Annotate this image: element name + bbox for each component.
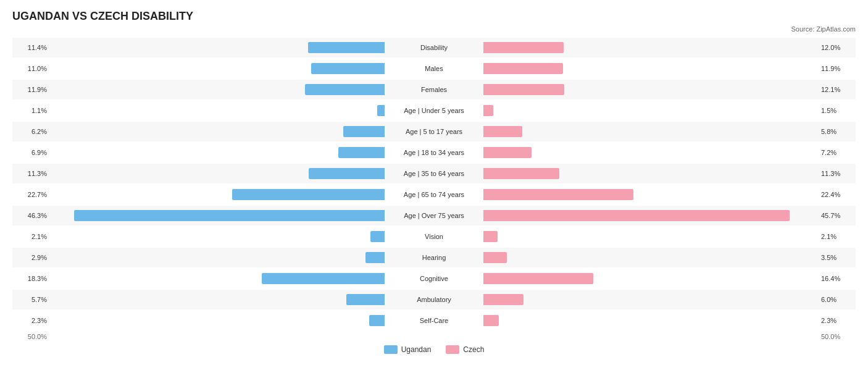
- right-bar-wrap: [483, 189, 819, 200]
- legend-czech-swatch: [446, 345, 459, 354]
- right-value: 1.5%: [819, 107, 856, 114]
- bar-ugandan: [377, 105, 385, 116]
- chart-row: 6.2%Age | 5 to 17 years5.8%: [12, 122, 856, 141]
- chart-row: 5.7%Ambulatory6.0%: [12, 290, 856, 309]
- legend-ugandan-label: Ugandan: [401, 345, 432, 354]
- left-bar-wrap: [49, 189, 385, 200]
- left-value: 2.9%: [12, 254, 49, 261]
- bar-czech: [483, 42, 564, 53]
- row-label: Hearing: [385, 254, 483, 261]
- row-label: Males: [385, 65, 483, 72]
- left-bar-wrap: [49, 147, 385, 158]
- bar-ugandan: [262, 273, 385, 284]
- right-bar-wrap: [483, 210, 819, 221]
- bar-ugandan: [346, 294, 385, 305]
- right-bar-wrap: [483, 105, 819, 116]
- left-bar-wrap: [49, 168, 385, 179]
- row-label: Age | 65 to 74 years: [385, 191, 483, 198]
- right-value: 11.9%: [819, 65, 856, 72]
- bar-ugandan: [74, 210, 385, 221]
- chart-title: UGANDAN VS CZECH DISABILITY: [12, 10, 856, 23]
- left-value: 2.3%: [12, 317, 49, 324]
- right-bar-wrap: [483, 252, 819, 263]
- chart-row: 11.9%Females12.1%: [12, 80, 856, 99]
- bar-czech: [483, 168, 559, 179]
- row-label: Disability: [385, 44, 483, 51]
- bar-czech: [483, 315, 499, 326]
- chart-area: 11.4%Disability12.0%11.0%Males11.9%11.9%…: [12, 38, 856, 330]
- left-bar-wrap: [49, 252, 385, 263]
- row-label: Age | 18 to 34 years: [385, 149, 483, 156]
- left-bar-wrap: [49, 126, 385, 137]
- legend: Ugandan Czech: [12, 345, 856, 354]
- chart-row: 11.4%Disability12.0%: [12, 38, 856, 57]
- left-value: 6.2%: [12, 128, 49, 135]
- legend-czech: Czech: [446, 345, 484, 354]
- chart-row: 2.9%Hearing3.5%: [12, 248, 856, 267]
- row-label: Age | Over 75 years: [385, 212, 483, 219]
- chart-row: 6.9%Age | 18 to 34 years7.2%: [12, 143, 856, 162]
- bar-czech: [483, 105, 493, 116]
- row-label: Cognitive: [385, 275, 483, 282]
- bar-ugandan: [308, 42, 385, 53]
- left-bar-wrap: [49, 84, 385, 95]
- left-bar-wrap: [49, 231, 385, 242]
- bar-czech: [483, 189, 633, 200]
- bar-czech: [483, 294, 524, 305]
- left-value: 11.4%: [12, 44, 49, 51]
- bar-ugandan: [232, 189, 385, 200]
- row-label: Self-Care: [385, 317, 483, 324]
- chart-row: 11.3%Age | 35 to 64 years11.3%: [12, 164, 856, 183]
- row-label: Age | 5 to 17 years: [385, 128, 483, 135]
- left-value: 11.0%: [12, 65, 49, 72]
- axis-left-label: 50.0%: [12, 333, 49, 340]
- chart-row: 2.1%Vision2.1%: [12, 227, 856, 246]
- right-value: 2.1%: [819, 233, 856, 240]
- chart-row: 22.7%Age | 65 to 74 years22.4%: [12, 185, 856, 204]
- axis-row: 50.0% 50.0%: [12, 333, 856, 340]
- left-value: 6.9%: [12, 149, 49, 156]
- bar-ugandan: [305, 84, 385, 95]
- right-bar-wrap: [483, 63, 819, 74]
- right-bar-wrap: [483, 168, 819, 179]
- right-value: 45.7%: [819, 212, 856, 219]
- bar-ugandan: [370, 231, 385, 242]
- left-value: 18.3%: [12, 275, 49, 282]
- bar-czech: [483, 126, 522, 137]
- left-bar-wrap: [49, 105, 385, 116]
- row-label: Age | 35 to 64 years: [385, 170, 483, 177]
- right-value: 7.2%: [819, 149, 856, 156]
- source-text: Source: ZipAtlas.com: [12, 25, 856, 33]
- bar-ugandan: [365, 252, 385, 263]
- left-bar-wrap: [49, 294, 385, 305]
- row-label: Vision: [385, 233, 483, 240]
- bar-czech: [483, 84, 564, 95]
- bar-czech: [483, 252, 507, 263]
- right-value: 3.5%: [819, 254, 856, 261]
- bar-ugandan: [311, 63, 385, 74]
- left-bar-wrap: [49, 63, 385, 74]
- left-value: 2.1%: [12, 233, 49, 240]
- bar-ugandan: [343, 126, 385, 137]
- right-bar-wrap: [483, 84, 819, 95]
- right-value: 12.0%: [819, 44, 856, 51]
- right-value: 5.8%: [819, 128, 856, 135]
- right-bar-wrap: [483, 231, 819, 242]
- left-bar-wrap: [49, 210, 385, 221]
- left-value: 11.3%: [12, 170, 49, 177]
- row-label: Ambulatory: [385, 296, 483, 303]
- row-label: Females: [385, 86, 483, 93]
- bar-czech: [483, 210, 790, 221]
- right-value: 6.0%: [819, 296, 856, 303]
- bar-ugandan: [369, 315, 385, 326]
- left-bar-wrap: [49, 42, 385, 53]
- right-value: 22.4%: [819, 191, 856, 198]
- right-value: 16.4%: [819, 275, 856, 282]
- legend-ugandan-swatch: [384, 345, 398, 354]
- left-value: 1.1%: [12, 107, 49, 114]
- bar-czech: [483, 147, 532, 158]
- bar-czech: [483, 231, 498, 242]
- right-bar-wrap: [483, 126, 819, 137]
- right-bar-wrap: [483, 273, 819, 284]
- right-value: 11.3%: [819, 170, 856, 177]
